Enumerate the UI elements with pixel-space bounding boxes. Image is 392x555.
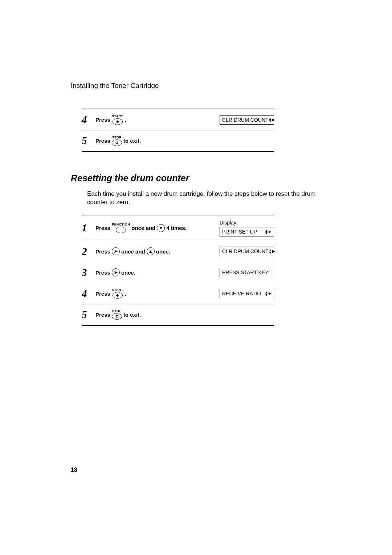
display-col: CLR DRUM COUNT▲▼▶ <box>220 247 274 256</box>
step-row: 2 Press ➤ once and ▲ once. CLR DRUM COUN… <box>82 241 274 262</box>
step-text: Press START ◈ . <box>95 115 220 125</box>
display-box: PRESS START KEY <box>220 268 274 277</box>
step-text: Press START ◈ . <box>95 288 220 299</box>
step-text: Press ➤ once. <box>95 268 220 276</box>
step-row: 4 Press START ◈ . CLR DRUM COUNT▲▼▶ <box>82 109 274 130</box>
step-number: 1 <box>82 222 95 234</box>
stop-button-icon: STOP ⊘ <box>112 309 122 320</box>
arrows-icon: ▲▼▶ <box>269 117 275 122</box>
arrows-icon: ▲▼▶ <box>265 229 271 234</box>
down-arrow-icon: ▼ <box>157 224 165 232</box>
page-header: Installing the Toner Cartridge <box>71 82 332 90</box>
stop-button-icon: STOP ⊘ <box>112 136 122 146</box>
step-row: 4 Press START ◈ . RECEIVE RATIO▲▼▶ <box>82 283 274 304</box>
step-text: Press FUNCTION once and ▼ 4 times. <box>95 223 220 233</box>
step-number: 4 <box>82 114 95 126</box>
display-col: PRESS START KEY <box>220 268 274 277</box>
display-col: RECEIVE RATIO▲▼▶ <box>220 289 274 298</box>
arrows-icon: ▲▼▶ <box>265 291 271 296</box>
display-label: Display: <box>220 220 238 226</box>
top-steps-block: 4 Press START ◈ . CLR DRUM COUNT▲▼▶ 5 Pr… <box>82 109 274 152</box>
step-row: 1 Press FUNCTION once and ▼ 4 times. Dis… <box>82 215 274 241</box>
step-number: 5 <box>82 309 95 321</box>
step-number: 5 <box>82 135 95 147</box>
step-row: 3 Press ➤ once. PRESS START KEY <box>82 262 274 283</box>
up-arrow-icon: ▲ <box>147 247 155 255</box>
right-arrow-icon: ➤ <box>112 268 120 276</box>
section-steps-block: 1 Press FUNCTION once and ▼ 4 times. Dis… <box>82 215 274 326</box>
step-row: 5 Press STOP ⊘ to exit. <box>82 130 274 152</box>
step-row: 5 Press STOP ⊘ to exit. <box>82 304 274 326</box>
start-button-icon: START ◈ <box>112 115 123 125</box>
step-number: 2 <box>82 246 95 258</box>
right-arrow-icon: ➤ <box>112 247 120 255</box>
display-box: PRINT SET-UP▲▼▶ <box>220 227 274 236</box>
display-col: Display: PRINT SET-UP▲▼▶ <box>220 220 274 236</box>
arrows-icon: ▲▼▶ <box>269 249 275 254</box>
step-number: 4 <box>82 288 95 300</box>
section-title: Resetting the drum counter <box>71 173 332 183</box>
section-intro: Each time you install a new drum cartrid… <box>87 190 328 207</box>
step-text: Press STOP ⊘ to exit. <box>95 309 274 320</box>
display-box: CLR DRUM COUNT▲▼▶ <box>220 115 274 125</box>
start-button-icon: START ◈ <box>112 288 123 299</box>
display-box: RECEIVE RATIO▲▼▶ <box>220 289 274 298</box>
function-button-icon: FUNCTION <box>112 223 130 233</box>
step-text: Press STOP ⊘ to exit. <box>95 136 274 146</box>
step-text: Press ➤ once and ▲ once. <box>95 247 220 255</box>
step-number: 3 <box>82 267 95 279</box>
display-box: CLR DRUM COUNT▲▼▶ <box>220 247 274 256</box>
display-col: CLR DRUM COUNT▲▼▶ <box>220 115 274 125</box>
page-number: 18 <box>71 467 77 473</box>
